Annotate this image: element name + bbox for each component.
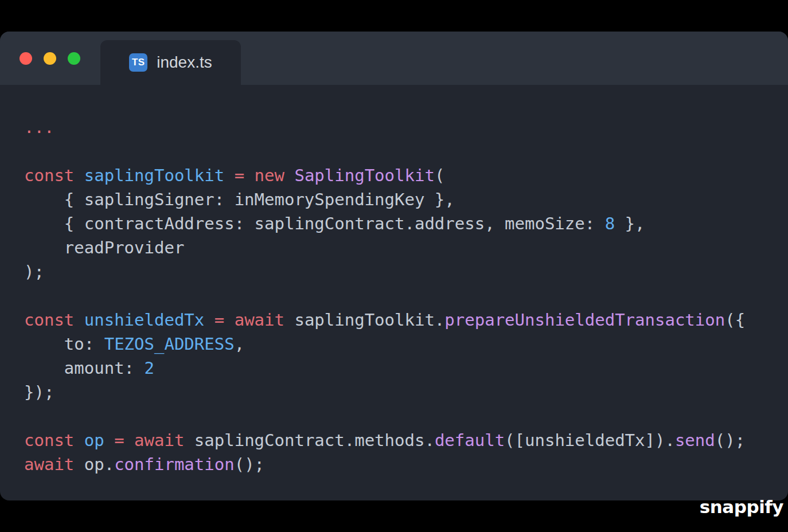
code-token: saplingContract.methods. <box>194 431 435 450</box>
code-line: ); <box>24 260 777 284</box>
code-token: { contractAddress: saplingContract.addre… <box>24 214 605 233</box>
code-line: await op.confirmation(); <box>24 452 777 476</box>
tab-bar: TS index.ts <box>0 32 788 85</box>
code-editor-window: TS index.ts ... const saplingToolkit = n… <box>0 32 788 500</box>
tab-label: index.ts <box>157 53 212 72</box>
code-token: }, <box>615 214 645 233</box>
code-token: send <box>675 431 715 450</box>
code-line: readProvider <box>24 236 777 260</box>
code-token: (); <box>715 431 745 450</box>
code-token: op <box>84 431 114 450</box>
code-token: ); <box>24 262 44 281</box>
code-token: TEZOS_ADDRESS <box>104 334 235 354</box>
code-token: confirmation <box>114 455 235 474</box>
code-token: const <box>24 166 84 185</box>
code-token: SaplingToolkit <box>294 166 434 185</box>
code-token: default <box>435 431 505 450</box>
code-token: prepareUnshieldedTransaction <box>444 310 725 330</box>
traffic-lights <box>0 32 100 85</box>
typescript-icon: TS <box>129 53 147 72</box>
code-token: 2 <box>145 358 154 378</box>
code-token: = await <box>114 431 194 450</box>
code-token: to: <box>24 334 104 354</box>
code-line: ... <box>24 115 777 139</box>
code-token: await <box>24 455 84 474</box>
traffic-light-minimize-button[interactable] <box>44 52 56 65</box>
page-background: { "window": { "traffic_lights": [ { "nam… <box>0 0 788 532</box>
code-line: { saplingSigner: inMemorySpendingKey }, <box>24 187 777 212</box>
code-token: { saplingSigner: inMemorySpendingKey }, <box>24 190 455 209</box>
code-token: ([unshieldedTx]). <box>505 431 675 450</box>
code-line <box>24 139 777 163</box>
code-token: readProvider <box>24 238 184 257</box>
code-line <box>24 284 777 308</box>
code-token: ({ <box>725 310 745 330</box>
code-editor[interactable]: ... const saplingToolkit = new SaplingTo… <box>0 85 788 500</box>
code-token: const <box>24 310 84 330</box>
tab-index-ts[interactable]: TS index.ts <box>100 40 241 85</box>
code-token: const <box>24 431 84 450</box>
code-token: saplingToolkit <box>84 166 235 185</box>
code-token: op. <box>84 455 114 474</box>
code-line: amount: 2 <box>24 356 777 380</box>
code-token: , <box>235 334 244 354</box>
code-line <box>24 404 777 428</box>
code-token: amount: <box>24 358 145 378</box>
code-token: ( <box>435 166 444 185</box>
code-token: ... <box>24 118 54 137</box>
watermark-logo: snappify <box>700 496 783 517</box>
code-line: { contractAddress: saplingContract.addre… <box>24 212 777 236</box>
code-token: 8 <box>605 214 615 233</box>
code-line: to: TEZOS_ADDRESS, <box>24 332 777 356</box>
code-line: }); <box>24 380 777 404</box>
code-line: const saplingToolkit = new SaplingToolki… <box>24 163 777 187</box>
code-line: const unshieldedTx = await saplingToolki… <box>24 308 777 332</box>
code-token: saplingToolkit. <box>294 310 444 330</box>
code-token: = new <box>235 166 295 185</box>
code-token: unshieldedTx <box>84 310 214 330</box>
code-token: (); <box>235 455 264 474</box>
code-token: = await <box>214 310 295 330</box>
code-line: const op = await saplingContract.methods… <box>24 428 777 452</box>
traffic-light-zoom-button[interactable] <box>68 52 80 65</box>
traffic-light-close-button[interactable] <box>19 52 32 65</box>
code-token: }); <box>24 382 54 402</box>
